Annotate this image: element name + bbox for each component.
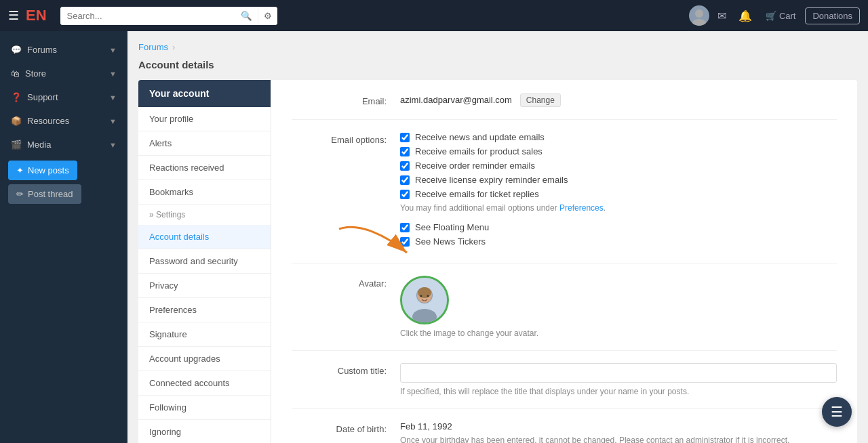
new-posts-label: New posts bbox=[28, 165, 69, 175]
page-layout: 💬Forums ▼ 🛍Store ▼ ❓Support ▼ 📦Resources… bbox=[0, 31, 868, 443]
checkbox-order-reminder[interactable] bbox=[400, 161, 410, 171]
forums-icon: 💬 bbox=[11, 45, 22, 55]
sidebar-item-forums[interactable]: 💬Forums ▼ bbox=[0, 38, 127, 62]
email-options-field: Receive news and update emails Receive e… bbox=[400, 132, 837, 251]
avatar-row: Avatar: bbox=[292, 276, 837, 351]
sidebar-item-label-media: Media bbox=[27, 140, 51, 150]
avatar-label: Avatar: bbox=[292, 276, 400, 289]
checkbox-news-tickers[interactable] bbox=[400, 237, 410, 247]
user-avatar-icon[interactable] bbox=[689, 5, 709, 26]
breadcrumb-separator: › bbox=[172, 42, 175, 52]
hamburger-icon[interactable]: ☰ bbox=[8, 8, 19, 23]
dob-label: Date of birth: bbox=[292, 421, 400, 434]
account-navigation: Your account Your profile Alerts Reactio… bbox=[138, 80, 271, 443]
dob-field: Feb 11, 1992 Once your birthday has been… bbox=[400, 421, 837, 443]
nav-link-preferences[interactable]: Preferences bbox=[138, 298, 271, 322]
post-thread-button[interactable]: ✏ Post thread bbox=[8, 184, 81, 204]
svg-point-8 bbox=[420, 295, 422, 297]
checkbox-row-news-updates: Receive news and update emails bbox=[400, 132, 837, 142]
search-settings-button[interactable]: ⚙ bbox=[258, 7, 277, 25]
nav-link-alerts[interactable]: Alerts bbox=[138, 131, 271, 156]
email-icon-button[interactable]: ✉ bbox=[713, 7, 730, 25]
checkbox-product-sales[interactable] bbox=[400, 147, 410, 156]
nav-link-signature[interactable]: Signature bbox=[138, 322, 271, 347]
email-options-label: Email options: bbox=[292, 132, 400, 145]
checkbox-row-order-reminder: Receive order reminder emails bbox=[400, 161, 837, 171]
nav-link-ignoring[interactable]: Ignoring bbox=[138, 420, 271, 443]
checkbox-product-sales-label: Receive emails for product sales bbox=[415, 146, 542, 156]
breadcrumb: Forums › bbox=[138, 42, 857, 52]
change-email-button[interactable]: Change bbox=[520, 93, 561, 107]
post-thread-label: Post thread bbox=[28, 189, 73, 199]
main-content: Forums › Account details Your account Yo… bbox=[127, 31, 868, 443]
email-label: Email: bbox=[292, 93, 400, 106]
top-navigation: ☰ EN 🔍 ⚙ ✉ 🔔 🛒 Cart Donations bbox=[0, 0, 868, 31]
avatar-image[interactable] bbox=[400, 276, 449, 324]
sidebar-item-label-forums: Forums bbox=[27, 45, 57, 55]
checkbox-order-reminder-label: Receive order reminder emails bbox=[415, 161, 535, 171]
checkbox-ticket-replies[interactable] bbox=[400, 190, 410, 199]
sidebar-item-label-store: Store bbox=[25, 68, 46, 79]
resources-icon: 📦 bbox=[11, 116, 22, 126]
email-options-row: Email options: Receive news and update e… bbox=[292, 132, 837, 263]
nav-icons: ✉ 🔔 🛒 Cart Donations bbox=[689, 5, 860, 26]
search-input[interactable] bbox=[60, 7, 235, 25]
nav-link-following[interactable]: Following bbox=[138, 396, 271, 420]
sidebar-item-store[interactable]: 🛍Store ▼ bbox=[0, 62, 127, 85]
form-content: Email: azimi.dadparvar@gmail.com Change … bbox=[271, 80, 857, 443]
custom-title-label: Custom title: bbox=[292, 363, 400, 376]
email-row: Email: azimi.dadparvar@gmail.com Change bbox=[292, 93, 837, 120]
custom-title-hint: If specified, this will replace the titl… bbox=[400, 387, 837, 396]
chevron-down-icon: ▼ bbox=[109, 141, 117, 149]
svg-point-0 bbox=[695, 9, 703, 18]
custom-title-field: If specified, this will replace the titl… bbox=[400, 363, 837, 396]
dob-hint: Once your birthday has been entered, it … bbox=[400, 436, 837, 443]
preferences-link[interactable]: Preferences bbox=[559, 203, 604, 213]
dob-value: Feb 11, 1992 bbox=[400, 421, 837, 431]
checkbox-row-floating-menu: See Floating Menu bbox=[400, 222, 837, 232]
checkbox-news-updates[interactable] bbox=[400, 133, 410, 142]
sidebar-item-media[interactable]: 🎬Media ▼ bbox=[0, 133, 127, 156]
checkbox-floating-menu[interactable] bbox=[400, 223, 410, 232]
email-options-hint: You may find additional email options un… bbox=[400, 203, 837, 213]
fab-menu-button[interactable]: ☰ bbox=[822, 397, 852, 427]
sidebar-item-support[interactable]: ❓Support ▼ bbox=[0, 85, 127, 109]
settings-section-label: » Settings bbox=[138, 205, 271, 225]
checkbox-news-updates-label: Receive news and update emails bbox=[415, 132, 545, 142]
new-posts-button[interactable]: ✦ New posts bbox=[8, 161, 77, 180]
search-button[interactable]: 🔍 bbox=[235, 7, 258, 25]
avatar-hint: Click the image to change your avatar. bbox=[400, 329, 837, 338]
nav-link-bookmarks[interactable]: Bookmarks bbox=[138, 180, 271, 205]
cart-button[interactable]: 🛒 Cart bbox=[760, 8, 801, 24]
store-icon: 🛍 bbox=[11, 68, 20, 79]
checkbox-row-license-expiry: Receive license expiry reminder emails bbox=[400, 175, 837, 185]
sidebar-item-resources[interactable]: 📦Resources ▼ bbox=[0, 109, 127, 133]
media-icon: 🎬 bbox=[11, 140, 22, 150]
notifications-icon-button[interactable]: 🔔 bbox=[734, 7, 756, 25]
sidebar-item-label-support: Support bbox=[27, 92, 58, 102]
nav-link-reactions[interactable]: Reactions received bbox=[138, 156, 271, 180]
checkbox-news-tickers-label: See News Tickers bbox=[415, 236, 486, 247]
custom-title-row: Custom title: If specified, this will re… bbox=[292, 363, 837, 409]
search-bar: 🔍 ⚙ bbox=[60, 7, 277, 25]
svg-point-7 bbox=[418, 287, 431, 298]
support-icon: ❓ bbox=[11, 92, 22, 102]
nav-link-account-upgrades[interactable]: Account upgrades bbox=[138, 347, 271, 371]
nav-link-privacy[interactable]: Privacy bbox=[138, 274, 271, 298]
nav-link-connected-accounts[interactable]: Connected accounts bbox=[138, 371, 271, 396]
breadcrumb-forums[interactable]: Forums bbox=[138, 42, 168, 52]
dob-row: Date of birth: Feb 11, 1992 Once your bi… bbox=[292, 421, 837, 443]
nav-link-account-details[interactable]: Account details bbox=[138, 225, 271, 249]
checkbox-row-news-tickers: See News Tickers bbox=[400, 236, 837, 247]
menu-icon: ☰ bbox=[831, 404, 843, 420]
donations-button[interactable]: Donations bbox=[805, 7, 860, 24]
avatar-field: Click the image to change your avatar. bbox=[400, 276, 837, 338]
custom-title-input[interactable] bbox=[400, 363, 837, 383]
email-field: azimi.dadparvar@gmail.com Change bbox=[400, 93, 837, 107]
chevron-down-icon: ▼ bbox=[109, 93, 117, 102]
checkbox-license-expiry[interactable] bbox=[400, 175, 410, 185]
nav-link-password-security[interactable]: Password and security bbox=[138, 249, 271, 274]
checkbox-row-ticket-replies: Receive emails for ticket replies bbox=[400, 189, 837, 199]
nav-link-your-profile[interactable]: Your profile bbox=[138, 107, 271, 131]
new-posts-icon: ✦ bbox=[16, 165, 24, 175]
